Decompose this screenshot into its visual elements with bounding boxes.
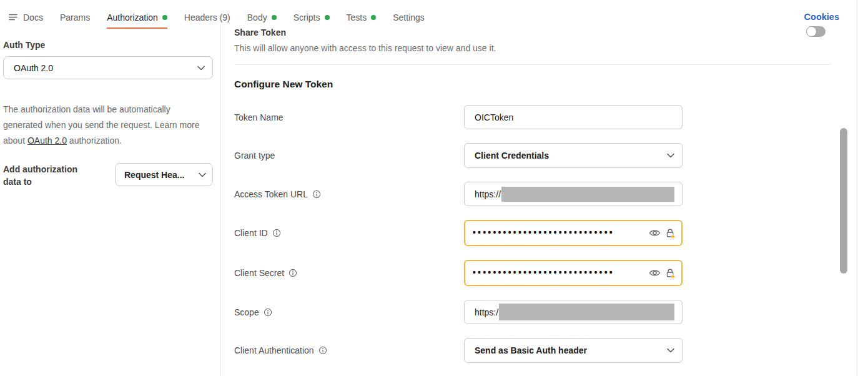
url-prefix: https:// xyxy=(475,189,501,199)
toggle-knob xyxy=(806,26,817,37)
field-label-text: Grant type xyxy=(234,151,275,161)
token-name-label: Token Name xyxy=(234,112,464,122)
redacted-value xyxy=(501,187,674,202)
tab-label: Docs xyxy=(23,12,43,22)
tab-label: Headers (9) xyxy=(184,12,230,22)
field-row-client-secret: Client Secret•••••••••••••••••••••••••••… xyxy=(234,260,831,286)
field-label-text: Scope xyxy=(234,307,259,317)
tab-label: Body xyxy=(247,12,267,22)
lock-warning-icon[interactable] xyxy=(665,268,676,279)
client-authentication-select[interactable]: Send as Basic Auth header xyxy=(464,338,683,363)
field-row-token-name: Token NameOICToken xyxy=(234,105,831,129)
add-auth-select[interactable]: Request Hea... xyxy=(115,163,213,186)
unsaved-changes-dot xyxy=(325,15,330,20)
field-label-text: Client ID xyxy=(234,228,268,238)
info-icon xyxy=(289,269,297,277)
info-icon xyxy=(318,346,327,355)
field-row-access-token-url: Access Token URLhttps:// xyxy=(234,182,831,206)
chevron-down-icon xyxy=(667,153,674,158)
share-token-row: Share Token xyxy=(234,25,831,37)
configure-token-title: Configure New Token xyxy=(234,79,831,90)
cookies-link[interactable]: Cookies xyxy=(804,12,839,22)
field-label-text: Access Token URL xyxy=(234,189,308,199)
info-icon xyxy=(264,308,272,317)
share-token-title: Share Token xyxy=(234,27,286,37)
masked-value: •••••••••••••••••••••••••••• xyxy=(473,267,644,277)
info-icon xyxy=(312,190,321,199)
share-token-description: This will allow anyone with access to th… xyxy=(234,43,831,53)
auth-type-label: Auth Type xyxy=(3,40,214,50)
auth-type-select[interactable]: OAuth 2.0 xyxy=(3,56,213,79)
eye-icon[interactable] xyxy=(649,269,661,277)
unsaved-changes-dot xyxy=(371,15,376,20)
tab-label: Params xyxy=(60,12,90,22)
pane-right-border xyxy=(857,0,857,376)
client-id-label: Client ID xyxy=(234,228,464,238)
token-form: Token NameOICTokenGrant typeClient Crede… xyxy=(234,105,831,363)
client-authentication-label: Client Authentication xyxy=(234,345,464,355)
field-row-client-id: Client ID•••••••••••••••••••••••••••• xyxy=(234,220,831,246)
field-label-text: Client Authentication xyxy=(234,345,314,355)
access-token-url-input[interactable]: https:// xyxy=(464,182,683,206)
scrollbar-thumb[interactable] xyxy=(840,128,847,274)
info-icon xyxy=(272,229,281,237)
tab-label: Scripts xyxy=(293,12,320,22)
unsaved-changes-dot xyxy=(162,15,167,20)
field-row-grant-type: Grant typeClient Credentials xyxy=(234,143,831,168)
tab-params[interactable]: Params xyxy=(60,0,90,34)
tab-docs[interactable]: Docs xyxy=(9,0,43,34)
token-config-pane: Share Token This will allow anyone with … xyxy=(234,25,831,376)
client-id-input[interactable]: •••••••••••••••••••••••••••• xyxy=(464,220,683,246)
field-row-scope: Scopehttps:/ xyxy=(234,300,831,324)
section-divider xyxy=(234,64,831,65)
field-label-text: Token Name xyxy=(234,112,284,122)
selected-value: Client Credentials xyxy=(475,151,549,161)
eye-icon[interactable] xyxy=(649,229,661,237)
selected-value: Send as Basic Auth header xyxy=(475,345,587,355)
redacted-value xyxy=(499,304,674,320)
lock-warning-icon[interactable] xyxy=(665,228,676,239)
auth-description: The authorization data will be automatic… xyxy=(3,102,210,149)
tab-authorization[interactable]: Authorization xyxy=(107,0,167,34)
client-secret-label: Client Secret xyxy=(234,268,464,278)
scope-label: Scope xyxy=(234,307,464,317)
tab-label: Tests xyxy=(347,12,367,22)
add-auth-label: Add authorization data to xyxy=(3,163,97,188)
add-auth-row: Add authorization data to Request Hea... xyxy=(3,163,213,188)
url-prefix: https:/ xyxy=(475,307,498,317)
oauth2-learn-more-link[interactable]: OAuth 2.0 xyxy=(27,136,67,146)
masked-value: •••••••••••••••••••••••••••• xyxy=(473,227,644,237)
token-name-input[interactable]: OICToken xyxy=(464,105,683,129)
docs-icon xyxy=(9,12,19,22)
grant-type-select[interactable]: Client Credentials xyxy=(464,143,683,168)
auth-type-value: OAuth 2.0 xyxy=(14,63,53,73)
share-token-toggle[interactable] xyxy=(807,26,826,37)
field-label-text: Client Secret xyxy=(234,268,284,278)
scope-input[interactable]: https:/ xyxy=(464,300,683,324)
grant-type-label: Grant type xyxy=(234,151,464,161)
auth-sidebar: Auth Type OAuth 2.0 The authorization da… xyxy=(0,34,220,376)
client-secret-input[interactable]: •••••••••••••••••••••••••••• xyxy=(464,260,683,286)
add-auth-value: Request Hea... xyxy=(124,170,184,180)
field-row-client-authentication: Client AuthenticationSend as Basic Auth … xyxy=(234,338,831,363)
chevron-down-icon xyxy=(667,348,674,353)
unsaved-changes-dot xyxy=(272,15,277,20)
access-token-url-label: Access Token URL xyxy=(234,189,464,199)
chevron-down-icon xyxy=(197,66,205,71)
chevron-down-icon xyxy=(199,172,206,177)
tab-headers-9[interactable]: Headers (9) xyxy=(184,0,230,34)
input-value: OICToken xyxy=(475,112,513,122)
auth-description-tail: authorization. xyxy=(67,136,122,146)
tab-label: Authorization xyxy=(107,12,158,22)
tab-label: Settings xyxy=(393,12,425,22)
panel-divider xyxy=(220,25,220,376)
